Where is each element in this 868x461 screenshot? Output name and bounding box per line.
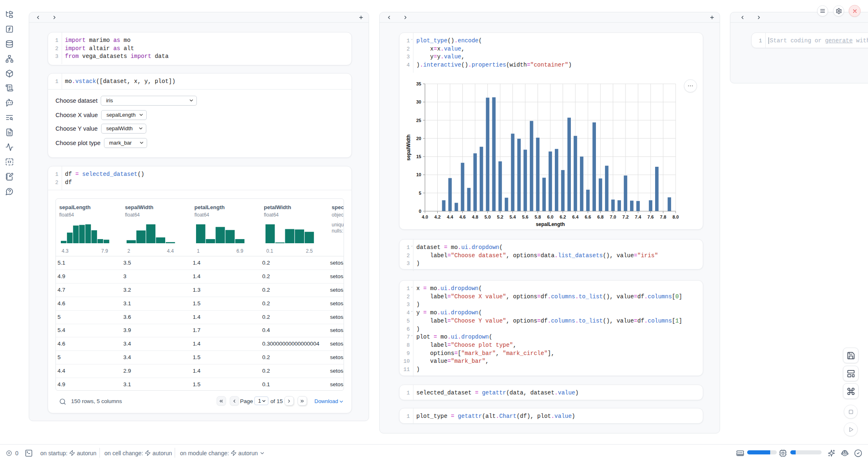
svg-text:7.8: 7.8	[660, 214, 666, 219]
svg-text:sepalWidth: sepalWidth	[406, 134, 411, 161]
svg-text:5: 5	[419, 191, 421, 196]
svg-text:7.6: 7.6	[647, 214, 653, 219]
svg-text:30: 30	[416, 99, 421, 104]
svg-text:25: 25	[416, 118, 421, 123]
svg-text:5.2: 5.2	[497, 214, 503, 219]
svg-text:20: 20	[416, 136, 421, 141]
svg-text:6.0: 6.0	[547, 214, 553, 219]
svg-text:7.4: 7.4	[635, 214, 642, 219]
svg-text:5.6: 5.6	[522, 214, 528, 219]
svg-text:7.2: 7.2	[622, 214, 628, 219]
svg-text:4.8: 4.8	[472, 214, 478, 219]
svg-text:7.0: 7.0	[610, 214, 616, 219]
svg-text:6.2: 6.2	[560, 214, 566, 219]
svg-text:10: 10	[416, 172, 421, 177]
svg-text:4.4: 4.4	[447, 214, 453, 219]
svg-text:15: 15	[416, 154, 421, 159]
svg-text:5.8: 5.8	[535, 214, 541, 219]
svg-text:0: 0	[419, 209, 421, 214]
svg-text:4.6: 4.6	[459, 214, 466, 219]
svg-text:6.8: 6.8	[597, 214, 603, 219]
svg-text:5.4: 5.4	[510, 214, 516, 219]
svg-text:6.4: 6.4	[572, 214, 579, 219]
svg-text:5.0: 5.0	[485, 214, 491, 219]
svg-text:4.2: 4.2	[434, 214, 441, 219]
svg-text:35: 35	[416, 81, 421, 86]
svg-text:8.0: 8.0	[672, 214, 679, 219]
svg-text:sepalLength: sepalLength	[536, 221, 565, 227]
svg-text:4.0: 4.0	[422, 214, 428, 219]
svg-text:6.6: 6.6	[585, 214, 591, 219]
